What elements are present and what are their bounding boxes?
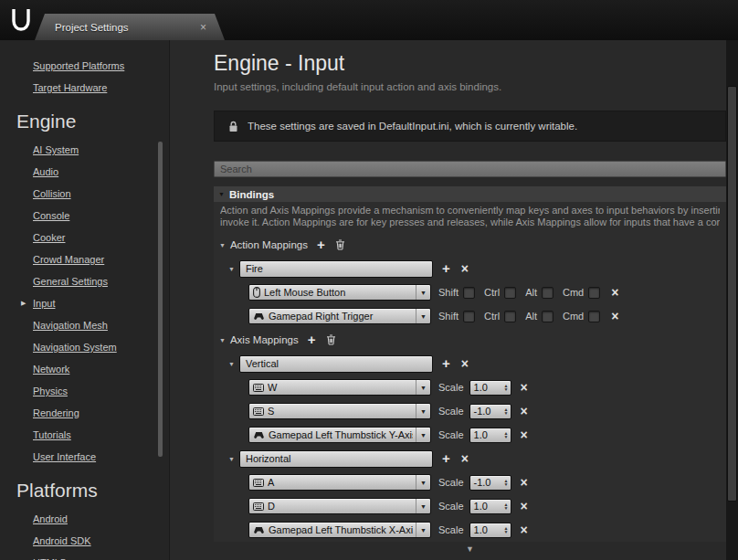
remove-key-button[interactable]: × bbox=[611, 310, 618, 322]
scroll-more-indicator-icon[interactable]: ▼ bbox=[214, 544, 726, 554]
cmd-label: Cmd bbox=[563, 287, 584, 298]
sidebar-scrollbar[interactable] bbox=[158, 142, 163, 457]
bindings-section: ▼ Bindings Action and Axis Mappings prov… bbox=[214, 186, 726, 542]
scale-value: -1.0 bbox=[470, 477, 504, 488]
scale-input[interactable]: -1.0 ▲▼ bbox=[469, 475, 511, 491]
add-key-button[interactable]: + bbox=[442, 357, 450, 370]
mapping-name-input[interactable]: Vertical bbox=[239, 355, 433, 373]
remove-mapping-button[interactable]: × bbox=[461, 262, 469, 275]
sidebar-item-crowd-manager[interactable]: Crowd Manager bbox=[33, 248, 169, 270]
shift-checkbox[interactable] bbox=[463, 287, 475, 299]
alt-checkbox[interactable] bbox=[542, 287, 554, 299]
sidebar-item-network[interactable]: Network bbox=[33, 358, 169, 380]
spinner-icon[interactable]: ▲▼ bbox=[504, 431, 511, 439]
key-select-dropdown[interactable]: Left Mouse Button ▼ bbox=[248, 284, 431, 301]
key-select-dropdown[interactable]: W ▼ bbox=[248, 379, 431, 396]
cmd-checkbox[interactable] bbox=[588, 311, 600, 322]
sidebar-item-android[interactable]: Android bbox=[33, 508, 169, 530]
action-key-row: Left Mouse Button ▼ Shift Ctrl Alt Cmd bbox=[248, 284, 726, 301]
sidebar-item-input[interactable]: ▶ Input bbox=[0, 292, 169, 314]
chevron-down-icon: ▼ bbox=[416, 380, 430, 395]
modifier-ctrl: Ctrl bbox=[484, 287, 516, 299]
shift-checkbox[interactable] bbox=[463, 311, 475, 322]
modifier-ctrl: Ctrl bbox=[484, 311, 516, 322]
remove-key-button[interactable]: × bbox=[521, 476, 528, 489]
sidebar-item-rendering[interactable]: Rendering bbox=[33, 402, 169, 424]
mapping-name-input[interactable]: Horizontal bbox=[239, 450, 433, 468]
sidebar-item-collision[interactable]: Collision bbox=[33, 183, 169, 205]
sidebar-item-tutorials[interactable]: Tutorials bbox=[33, 424, 169, 446]
remove-key-button[interactable]: × bbox=[521, 381, 528, 394]
spinner-icon[interactable]: ▲▼ bbox=[504, 502, 511, 511]
cmd-checkbox[interactable] bbox=[588, 287, 600, 299]
alt-checkbox[interactable] bbox=[542, 311, 554, 322]
sidebar-item-html5[interactable]: HTML5 bbox=[33, 552, 169, 560]
mapping-name-input[interactable]: Fire bbox=[239, 260, 433, 278]
remove-mapping-button[interactable]: × bbox=[461, 452, 469, 465]
scale-input[interactable]: -1.0 ▲▼ bbox=[469, 404, 511, 419]
key-select-dropdown[interactable]: Gamepad Right Trigger ▼ bbox=[248, 308, 431, 324]
tab-project-settings[interactable]: Project Settings × bbox=[35, 14, 225, 40]
sidebar-item-user-interface[interactable]: User Interface bbox=[33, 446, 169, 468]
sidebar-item-console[interactable]: Console bbox=[33, 205, 169, 227]
sidebar-item-target-hardware[interactable]: Target Hardware bbox=[33, 77, 169, 99]
sidebar-item-cooker[interactable]: Cooker bbox=[33, 227, 169, 248]
key-select-dropdown[interactable]: Gamepad Left Thumbstick Y-Axis ▼ bbox=[248, 427, 431, 443]
key-select-dropdown[interactable]: S ▼ bbox=[248, 403, 431, 419]
mapping-name-value: Vertical bbox=[246, 358, 279, 369]
key-select-dropdown[interactable]: D ▼ bbox=[248, 498, 431, 514]
ctrl-checkbox[interactable] bbox=[504, 287, 516, 299]
spinner-icon[interactable]: ▲▼ bbox=[504, 407, 511, 416]
scale-input[interactable]: 1.0 ▲▼ bbox=[469, 523, 511, 538]
expand-arrow-icon[interactable]: ▼ bbox=[228, 456, 235, 462]
scale-input[interactable]: 1.0 ▲▼ bbox=[469, 499, 511, 514]
add-action-mapping-button[interactable]: + bbox=[317, 238, 325, 251]
remove-key-button[interactable]: × bbox=[521, 405, 528, 417]
remove-key-button[interactable]: × bbox=[521, 523, 528, 536]
expand-arrow-icon[interactable]: ▼ bbox=[219, 337, 226, 343]
trash-icon[interactable] bbox=[326, 334, 336, 345]
ctrl-checkbox[interactable] bbox=[504, 311, 516, 322]
tab-close-icon[interactable]: × bbox=[200, 21, 206, 34]
mapping-name-value: Fire bbox=[246, 263, 263, 274]
sidebar-item-android-sdk[interactable]: Android SDK bbox=[33, 530, 169, 552]
remove-key-button[interactable]: × bbox=[611, 286, 618, 299]
sidebar-item-supported-platforms[interactable]: Supported Platforms bbox=[33, 55, 169, 77]
spinner-icon[interactable]: ▲▼ bbox=[504, 479, 511, 487]
remove-key-button[interactable]: × bbox=[521, 500, 528, 512]
spinner-icon[interactable]: ▲▼ bbox=[504, 384, 511, 392]
expand-arrow-icon[interactable]: ▼ bbox=[219, 242, 226, 248]
scale-input[interactable]: 1.0 ▲▼ bbox=[469, 380, 511, 396]
key-select-dropdown[interactable]: A ▼ bbox=[248, 474, 431, 491]
add-key-button[interactable]: + bbox=[442, 262, 450, 275]
sidebar-heading-engine: Engine bbox=[16, 110, 169, 133]
axis-mappings-header: ▼ Axis Mappings + bbox=[219, 332, 726, 348]
trash-icon[interactable] bbox=[335, 239, 345, 250]
axis-mappings-label: Axis Mappings bbox=[230, 334, 299, 345]
search-input[interactable] bbox=[214, 161, 726, 177]
add-axis-mapping-button[interactable]: + bbox=[308, 333, 316, 346]
sidebar-item-general-settings[interactable]: General Settings bbox=[33, 270, 169, 292]
sidebar-item-audio[interactable]: Audio bbox=[33, 161, 169, 183]
spinner-icon[interactable]: ▲▼ bbox=[504, 526, 511, 534]
scale-value: 1.0 bbox=[470, 429, 504, 440]
remove-mapping-button[interactable]: × bbox=[461, 357, 469, 370]
sidebar-item-physics[interactable]: Physics bbox=[33, 380, 169, 402]
key-select-value: S bbox=[268, 406, 413, 417]
bindings-section-header[interactable]: ▼ Bindings bbox=[214, 186, 726, 202]
expand-arrow-icon[interactable]: ▼ bbox=[228, 266, 235, 272]
mapping-name-value: Horizontal bbox=[246, 453, 291, 464]
scale-input[interactable]: 1.0 ▲▼ bbox=[469, 428, 511, 443]
gamepad-icon bbox=[253, 431, 265, 439]
add-key-button[interactable]: + bbox=[442, 452, 450, 465]
remove-key-button[interactable]: × bbox=[521, 428, 528, 441]
main-scrollbar-thumb[interactable] bbox=[727, 86, 737, 502]
main-scrollbar-track[interactable] bbox=[726, 40, 738, 560]
sidebar-item-navigation-mesh[interactable]: Navigation Mesh bbox=[33, 314, 169, 336]
sidebar-item-navigation-system[interactable]: Navigation System bbox=[33, 336, 169, 358]
key-select-dropdown[interactable]: Gamepad Left Thumbstick X-Axis ▼ bbox=[248, 522, 431, 538]
sidebar-item-ai-system[interactable]: AI System bbox=[33, 139, 169, 161]
expand-arrow-icon[interactable]: ▼ bbox=[228, 361, 235, 367]
ctrl-label: Ctrl bbox=[484, 311, 500, 322]
scale-label: Scale bbox=[438, 501, 464, 512]
